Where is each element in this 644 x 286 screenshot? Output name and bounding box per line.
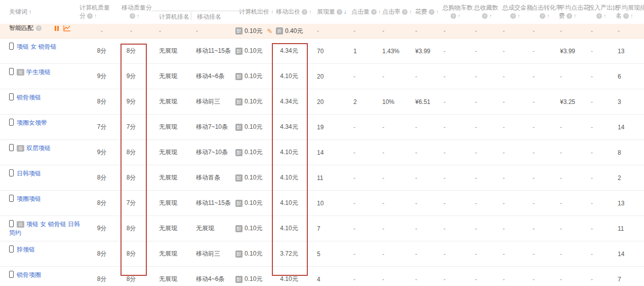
roi-value: - [586, 149, 614, 156]
keyword-link[interactable]: 锁骨项圈 [17, 271, 41, 278]
mobile-bid-cell[interactable]: 折0.40元 [272, 27, 306, 35]
column-header-fav-total[interactable]: 总收藏数?↑ [474, 4, 498, 20]
column-header-pc-quality[interactable]: 计算机质量分?↑ [79, 4, 110, 20]
help-circle-icon[interactable]: ? [402, 9, 408, 15]
keyword-link[interactable]: 日韩项链 [17, 170, 41, 177]
mobile-bid-value[interactable]: 4.10元 [272, 199, 306, 207]
help-circle-icon[interactable]: ? [623, 13, 629, 19]
clicks-value: - [338, 124, 370, 131]
column-header-avg-cpc[interactable]: 平均点击花费?↑ [559, 4, 589, 20]
mobile-rank: 移动7~10条 [191, 123, 233, 131]
column-header-impressions[interactable]: 展现量?↓ [317, 0, 347, 24]
help-circle-icon[interactable]: ? [36, 25, 42, 31]
sort-asc-icon[interactable]: ↑ [309, 9, 312, 15]
column-header-pc-bid[interactable]: 计算机出价↑ [239, 0, 274, 24]
column-header-mobile-quality[interactable]: 移动质量分?↑ [122, 4, 152, 20]
mobile-bid-value[interactable]: 4.34元 [272, 47, 306, 55]
pc-rank: 无展现 [145, 173, 191, 182]
column-header-clicks[interactable]: 点击量?↑ [351, 0, 381, 24]
cart-total-value: - [433, 174, 466, 182]
sort-asc-icon[interactable]: ↑ [137, 13, 140, 19]
sort-asc-icon[interactable]: ↑ [271, 9, 274, 15]
sort-asc-icon[interactable]: ↑ [436, 9, 439, 15]
pc-rank: 无展现 [145, 224, 191, 233]
mobile-quality-score: 8分 [117, 249, 145, 258]
sort-asc-icon[interactable]: ↑ [574, 13, 577, 19]
column-header-mobile-bid[interactable]: 移动出价?↑ [276, 0, 312, 24]
default-bid-badge-icon: 默 [235, 225, 243, 232]
column-header-cost[interactable]: 花费?↑ [415, 0, 439, 24]
pc-bid-cell[interactable]: 默0.10元 [233, 224, 272, 233]
help-circle-icon[interactable]: ? [429, 9, 434, 15]
sort-asc-icon[interactable]: ↑ [409, 9, 412, 15]
pc-bid-cell[interactable]: 默0.10元 [233, 123, 272, 131]
mobile-bid-value[interactable]: 4.10元 [272, 148, 306, 157]
pc-bid-cell[interactable]: 默0.10元 [233, 97, 272, 106]
help-circle-icon[interactable]: ? [567, 13, 572, 19]
sort-asc-icon[interactable]: ↑ [517, 13, 520, 19]
column-header-roi[interactable]: 投入产出比?↑ [588, 4, 619, 20]
pc-rank: 无展现 [145, 123, 191, 131]
column-header-avg-rank[interactable]: 平均展现排名?↑ [616, 4, 644, 20]
help-circle-icon[interactable]: ? [482, 13, 488, 19]
pc-bid-cell[interactable]: 默0.10元 [233, 199, 272, 207]
discount-badge-icon: 折 [276, 27, 283, 34]
help-circle-icon[interactable]: ? [371, 9, 377, 15]
pc-bid-cell[interactable]: 默0.10元 [233, 173, 272, 182]
pc-bid-cell[interactable]: 默0.10元 [233, 148, 272, 157]
sort-asc-icon[interactable]: ↑ [630, 13, 633, 19]
pc-rank: 无展现 [145, 97, 191, 106]
pc-bid-cell[interactable]: 默0.10元 [233, 275, 272, 283]
sort-asc-icon[interactable]: ↑ [603, 13, 607, 19]
cart-total-value: - [433, 73, 466, 80]
edit-pencil-icon[interactable]: ✎ [267, 28, 272, 34]
mobile-bid-value[interactable]: 4.34元 [272, 97, 306, 106]
sort-asc-icon[interactable]: ↑ [378, 9, 381, 15]
keyword-link[interactable]: 双层项链 [26, 145, 51, 152]
sort-desc-icon[interactable]: ↓ [344, 9, 347, 15]
column-header-cart-total[interactable]: 总购物车数?↑ [442, 4, 473, 20]
default-bid-badge-icon: 默 [235, 174, 243, 182]
mobile-bid-value[interactable]: 4.10元 [272, 275, 306, 283]
keyword-link[interactable]: 学生项链 [26, 68, 51, 76]
ctr-value: - [370, 124, 401, 131]
keyword-link[interactable]: 锁骨颈链 [17, 94, 41, 101]
pause-icon[interactable] [55, 26, 59, 31]
mobile-bid-value[interactable]: 4.10元 [272, 72, 306, 81]
mobile-bid-value[interactable]: 4.34元 [272, 123, 306, 131]
mobile-bid-value[interactable]: 4.10元 [272, 224, 306, 233]
pc-bid-cell[interactable]: 默0.10元 [233, 47, 272, 55]
pc-bid-cell[interactable]: 默0.10元✎ [233, 27, 272, 35]
keyword-link[interactable]: 脖颈链 [17, 246, 35, 253]
keyword-link[interactable]: 项圈女颈带 [17, 119, 47, 126]
keyword-link[interactable]: 项圈项链 [17, 195, 41, 202]
pc-bid-cell[interactable]: 默0.10元 [233, 249, 272, 258]
column-header-cvr[interactable]: 点击转化率?↑ [532, 4, 562, 20]
help-circle-icon[interactable]: ? [510, 13, 516, 19]
sort-asc-icon[interactable]: ↑ [29, 9, 32, 15]
column-header-gmv-total[interactable]: 总成交金额?↑ [502, 4, 533, 20]
mobile-bid-value[interactable]: 4.10元 [272, 173, 306, 182]
pc-quality-score: 9分 [95, 224, 117, 233]
sort-asc-icon[interactable]: ↑ [458, 13, 461, 19]
help-circle-icon[interactable]: ? [451, 13, 456, 19]
help-circle-icon[interactable]: ? [596, 13, 602, 19]
pc-bid-cell[interactable]: 默0.10元 [233, 72, 272, 81]
mobile-rank: 无展现 [191, 224, 233, 233]
sort-asc-icon[interactable]: ↑ [94, 13, 97, 19]
column-header-ctr[interactable]: 点击率?↑ [382, 0, 412, 24]
column-header-keyword[interactable]: 关键词↑ [9, 0, 32, 24]
roi-value: - [586, 200, 614, 207]
trend-chart-icon[interactable] [63, 25, 71, 31]
help-circle-icon[interactable]: ? [540, 13, 545, 19]
clicks-value: - [338, 149, 370, 156]
sort-asc-icon[interactable]: ↑ [547, 13, 550, 19]
help-circle-icon[interactable]: ? [130, 13, 135, 19]
gmv-total-value: - [494, 200, 525, 207]
help-circle-icon[interactable]: ? [87, 13, 93, 19]
keyword-link[interactable]: 项链 女 锁骨链 [17, 43, 57, 50]
sort-asc-icon[interactable]: ↑ [489, 13, 492, 19]
help-circle-icon[interactable]: ? [337, 9, 342, 15]
help-circle-icon[interactable]: ? [302, 9, 307, 15]
mobile-bid-value[interactable]: 3.72元 [272, 249, 306, 258]
